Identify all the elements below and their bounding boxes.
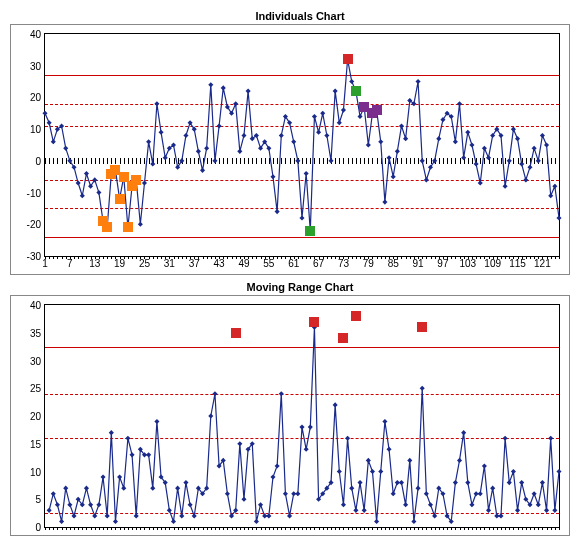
svg-rect-113 — [511, 127, 516, 132]
y-tick-label: 5 — [35, 494, 41, 505]
svg-rect-105 — [478, 181, 483, 186]
svg-rect-107 — [486, 155, 491, 160]
svg-rect-10 — [84, 171, 89, 176]
svg-rect-212 — [407, 458, 412, 463]
svg-rect-201 — [362, 508, 367, 513]
svg-rect-198 — [349, 486, 354, 491]
svg-rect-208 — [391, 491, 396, 496]
svg-rect-214 — [416, 486, 421, 491]
x-tick-label: 121 — [534, 258, 551, 269]
svg-rect-211 — [403, 502, 408, 507]
svg-rect-227 — [469, 502, 474, 507]
svg-rect-65 — [312, 114, 317, 119]
x-tick-label: 7 — [67, 258, 73, 269]
svg-rect-38 — [200, 168, 205, 173]
svg-rect-34 — [183, 133, 188, 138]
svg-rect-126 — [51, 491, 56, 496]
svg-rect-238 — [515, 508, 520, 513]
svg-rect-68 — [324, 133, 329, 138]
y-tick-label: 0 — [35, 522, 41, 533]
svg-rect-175 — [254, 519, 259, 524]
svg-rect-85 — [395, 149, 400, 154]
svg-rect-185 — [295, 491, 300, 496]
svg-rect-91 — [420, 158, 425, 163]
svg-rect-125 — [47, 508, 52, 513]
x-tick-label: 55 — [263, 258, 274, 269]
x-tick-label: 43 — [214, 258, 225, 269]
svg-rect-246 — [548, 436, 553, 441]
svg-rect-155 — [171, 519, 176, 524]
svg-rect-13 — [96, 190, 101, 195]
individuals-plot-area: -30-20-100102030401713192531374349556167… — [44, 33, 560, 257]
svg-rect-129 — [63, 486, 68, 491]
violation-marker — [372, 105, 382, 115]
svg-rect-128 — [59, 519, 64, 524]
moving-range-chart: Moving Range Chart 0510152025303540 — [10, 281, 580, 536]
svg-rect-114 — [515, 136, 520, 141]
x-tick-label: 91 — [413, 258, 424, 269]
svg-rect-181 — [279, 391, 284, 396]
svg-rect-92 — [424, 177, 429, 182]
svg-rect-154 — [167, 508, 172, 513]
x-tick-label: 85 — [388, 258, 399, 269]
svg-rect-136 — [92, 513, 97, 518]
svg-rect-66 — [316, 130, 321, 135]
svg-rect-176 — [258, 502, 263, 507]
svg-rect-194 — [333, 402, 338, 407]
violation-marker — [309, 317, 319, 327]
svg-rect-183 — [287, 513, 292, 518]
svg-rect-179 — [270, 475, 275, 480]
svg-rect-130 — [67, 502, 72, 507]
svg-rect-215 — [420, 386, 425, 391]
violation-marker — [231, 328, 241, 338]
svg-rect-116 — [523, 177, 528, 182]
svg-rect-216 — [424, 491, 429, 496]
svg-rect-160 — [192, 513, 197, 518]
svg-rect-159 — [188, 502, 193, 507]
svg-rect-188 — [308, 425, 313, 430]
y-tick-label: 20 — [30, 92, 41, 103]
individuals-chart: Individuals Chart -30-20-100102030401713… — [10, 10, 580, 275]
svg-rect-157 — [179, 513, 184, 518]
svg-rect-235 — [503, 436, 508, 441]
svg-rect-57 — [279, 133, 284, 138]
svg-rect-234 — [498, 513, 503, 518]
svg-rect-118 — [532, 146, 537, 151]
individuals-chart-title: Individuals Chart — [10, 10, 580, 22]
svg-rect-217 — [428, 502, 433, 507]
svg-rect-106 — [482, 146, 487, 151]
svg-rect-103 — [469, 142, 474, 147]
svg-rect-127 — [55, 502, 60, 507]
x-tick-label: 67 — [313, 258, 324, 269]
svg-rect-123 — [552, 184, 557, 189]
x-tick-label: 1 — [42, 258, 48, 269]
svg-rect-197 — [345, 436, 350, 441]
svg-rect-213 — [411, 519, 416, 524]
svg-rect-101 — [461, 155, 466, 160]
svg-rect-26 — [150, 161, 155, 166]
svg-rect-121 — [544, 142, 549, 147]
svg-rect-224 — [457, 458, 462, 463]
svg-rect-29 — [163, 155, 168, 160]
svg-rect-117 — [527, 165, 532, 170]
svg-rect-210 — [399, 480, 404, 485]
y-tick-label: 0 — [35, 155, 41, 166]
svg-rect-131 — [71, 513, 76, 518]
y-tick-label: 40 — [30, 29, 41, 40]
svg-rect-70 — [333, 89, 338, 94]
x-tick-label: 25 — [139, 258, 150, 269]
y-tick-label: 10 — [30, 124, 41, 135]
x-tick-label: 61 — [288, 258, 299, 269]
svg-rect-171 — [237, 441, 242, 446]
svg-rect-243 — [536, 502, 541, 507]
svg-rect-74 — [349, 79, 354, 84]
svg-rect-204 — [374, 519, 379, 524]
svg-rect-138 — [100, 475, 105, 480]
violation-marker — [351, 86, 361, 96]
svg-rect-151 — [154, 419, 159, 424]
data-series — [45, 305, 559, 527]
svg-rect-178 — [266, 513, 271, 518]
svg-rect-90 — [416, 79, 421, 84]
svg-rect-81 — [378, 139, 383, 144]
svg-rect-25 — [146, 139, 151, 144]
